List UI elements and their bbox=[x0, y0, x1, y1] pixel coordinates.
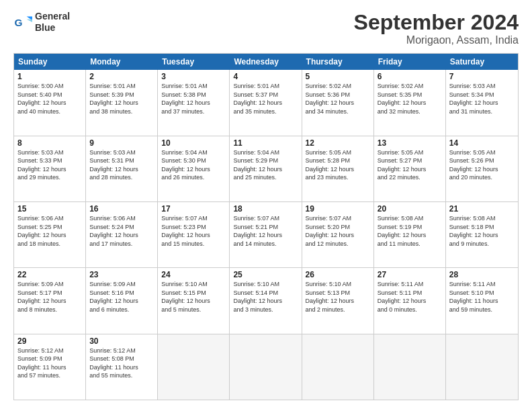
day-22: 22 Sunrise: 5:09 AMSunset: 5:17 PMDaylig… bbox=[14, 268, 86, 333]
day-23: 23 Sunrise: 5:09 AMSunset: 5:16 PMDaylig… bbox=[86, 268, 158, 333]
header-friday: Friday bbox=[374, 54, 446, 70]
logo-icon: G bbox=[13, 13, 32, 32]
day-4: 4 Sunrise: 5:01 AMSunset: 5:37 PMDayligh… bbox=[230, 70, 302, 135]
day-6: 6 Sunrise: 5:02 AMSunset: 5:35 PMDayligh… bbox=[374, 70, 446, 135]
day-28: 28 Sunrise: 5:11 AMSunset: 5:10 PMDaylig… bbox=[446, 268, 518, 333]
week-row-1: 1 Sunrise: 5:00 AMSunset: 5:40 PMDayligh… bbox=[14, 70, 518, 136]
day-empty-5 bbox=[446, 334, 518, 400]
logo-text: General Blue bbox=[35, 11, 70, 34]
day-18: 18 Sunrise: 5:07 AMSunset: 5:21 PMDaylig… bbox=[230, 202, 302, 267]
header-tuesday: Tuesday bbox=[158, 54, 230, 70]
header-saturday: Saturday bbox=[446, 54, 518, 70]
day-25: 25 Sunrise: 5:10 AMSunset: 5:14 PMDaylig… bbox=[230, 268, 302, 333]
day-19: 19 Sunrise: 5:07 AMSunset: 5:20 PMDaylig… bbox=[302, 202, 374, 267]
week-row-4: 22 Sunrise: 5:09 AMSunset: 5:17 PMDaylig… bbox=[14, 268, 518, 334]
day-12: 12 Sunrise: 5:05 AMSunset: 5:28 PMDaylig… bbox=[302, 136, 374, 201]
day-26: 26 Sunrise: 5:10 AMSunset: 5:13 PMDaylig… bbox=[302, 268, 374, 333]
week-row-3: 15 Sunrise: 5:06 AMSunset: 5:25 PMDaylig… bbox=[14, 202, 518, 268]
day-5: 5 Sunrise: 5:02 AMSunset: 5:36 PMDayligh… bbox=[302, 70, 374, 135]
day-11: 11 Sunrise: 5:04 AMSunset: 5:29 PMDaylig… bbox=[230, 136, 302, 201]
month-title: September 2024 bbox=[354, 11, 519, 34]
day-empty-1 bbox=[158, 334, 230, 400]
day-3: 3 Sunrise: 5:01 AMSunset: 5:38 PMDayligh… bbox=[158, 70, 230, 135]
day-13: 13 Sunrise: 5:05 AMSunset: 5:27 PMDaylig… bbox=[374, 136, 446, 201]
logo: G General Blue bbox=[13, 11, 70, 34]
svg-text:G: G bbox=[14, 16, 22, 28]
header: G General Blue September 2024 Morigaon, … bbox=[13, 11, 519, 46]
day-15: 15 Sunrise: 5:06 AMSunset: 5:25 PMDaylig… bbox=[14, 202, 86, 267]
day-2: 2 Sunrise: 5:01 AMSunset: 5:39 PMDayligh… bbox=[86, 70, 158, 135]
day-20: 20 Sunrise: 5:08 AMSunset: 5:19 PMDaylig… bbox=[374, 202, 446, 267]
location: Morigaon, Assam, India bbox=[354, 34, 519, 46]
calendar-body: 1 Sunrise: 5:00 AMSunset: 5:40 PMDayligh… bbox=[14, 70, 518, 400]
day-7: 7 Sunrise: 5:03 AMSunset: 5:34 PMDayligh… bbox=[446, 70, 518, 135]
day-17: 17 Sunrise: 5:07 AMSunset: 5:23 PMDaylig… bbox=[158, 202, 230, 267]
svg-marker-2 bbox=[27, 19, 32, 22]
day-14: 14 Sunrise: 5:05 AMSunset: 5:26 PMDaylig… bbox=[446, 136, 518, 201]
calendar-header: Sunday Monday Tuesday Wednesday Thursday… bbox=[14, 54, 518, 70]
day-29: 29 Sunrise: 5:12 AMSunset: 5:09 PMDaylig… bbox=[14, 334, 86, 400]
page: G General Blue September 2024 Morigaon, … bbox=[0, 0, 532, 411]
title-block: September 2024 Morigaon, Assam, India bbox=[354, 11, 519, 46]
week-row-2: 8 Sunrise: 5:03 AMSunset: 5:33 PMDayligh… bbox=[14, 136, 518, 202]
day-1: 1 Sunrise: 5:00 AMSunset: 5:40 PMDayligh… bbox=[14, 70, 86, 135]
header-thursday: Thursday bbox=[302, 54, 374, 70]
day-empty-4 bbox=[374, 334, 446, 400]
day-27: 27 Sunrise: 5:11 AMSunset: 5:11 PMDaylig… bbox=[374, 268, 446, 333]
header-monday: Monday bbox=[86, 54, 158, 70]
day-21: 21 Sunrise: 5:08 AMSunset: 5:18 PMDaylig… bbox=[446, 202, 518, 267]
day-10: 10 Sunrise: 5:04 AMSunset: 5:30 PMDaylig… bbox=[158, 136, 230, 201]
header-wednesday: Wednesday bbox=[230, 54, 302, 70]
day-empty-3 bbox=[302, 334, 374, 400]
day-8: 8 Sunrise: 5:03 AMSunset: 5:33 PMDayligh… bbox=[14, 136, 86, 201]
day-16: 16 Sunrise: 5:06 AMSunset: 5:24 PMDaylig… bbox=[86, 202, 158, 267]
header-sunday: Sunday bbox=[14, 54, 86, 70]
day-empty-2 bbox=[230, 334, 302, 400]
calendar: Sunday Monday Tuesday Wednesday Thursday… bbox=[13, 53, 519, 400]
week-row-5: 29 Sunrise: 5:12 AMSunset: 5:09 PMDaylig… bbox=[14, 334, 518, 400]
day-9: 9 Sunrise: 5:03 AMSunset: 5:31 PMDayligh… bbox=[86, 136, 158, 201]
day-30: 30 Sunrise: 5:12 AMSunset: 5:08 PMDaylig… bbox=[86, 334, 158, 400]
day-24: 24 Sunrise: 5:10 AMSunset: 5:15 PMDaylig… bbox=[158, 268, 230, 333]
